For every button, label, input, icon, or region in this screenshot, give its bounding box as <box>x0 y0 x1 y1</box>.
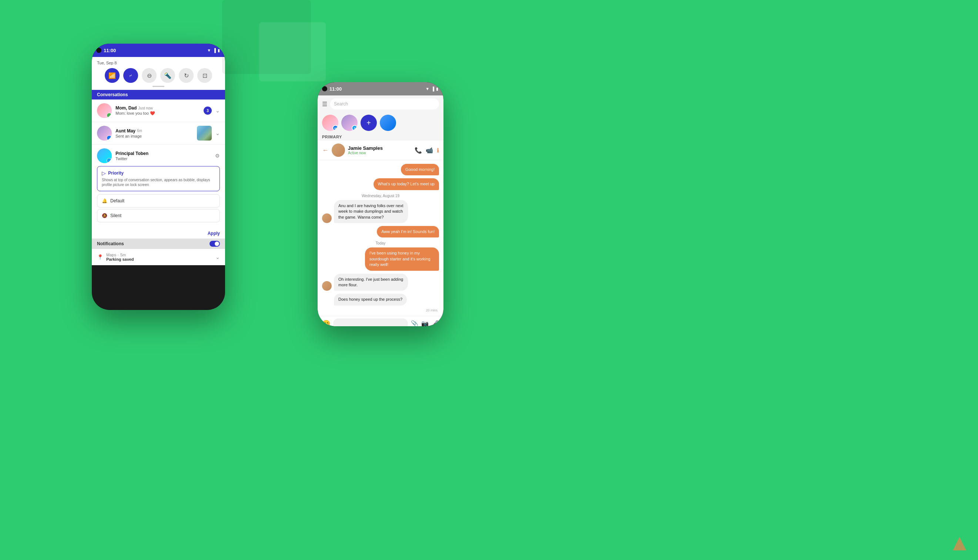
priority-option[interactable]: ▷ Priority Shows at top of conversation … <box>97 166 220 191</box>
twitter-icon: t <box>354 127 355 130</box>
day-separator-1: Wednesday, August 19 <box>322 194 439 198</box>
right-phone: 11:00 ▼ ▐ ▮ ☰ Search m t <box>318 82 443 326</box>
message-1: Goood morning! <box>322 164 439 175</box>
notification-mom-dad[interactable]: Mom, Dad Just now Mom: love you too ❤️ 3… <box>92 100 225 122</box>
story-badge-1: m <box>333 125 338 131</box>
expand-arrow-aunt[interactable]: ⌄ <box>216 130 220 136</box>
avatar-mom-dad <box>97 103 112 118</box>
attachment-icon[interactable]: 📎 <box>411 320 418 326</box>
notifications-toggle[interactable] <box>209 241 220 247</box>
message-5: I've been using honey in my sourdough st… <box>322 247 439 270</box>
status-time-left: 11:00 <box>104 48 116 53</box>
info-icon[interactable]: ℹ <box>437 147 439 154</box>
left-phone: 11:00 ▼ ▐ ▮ Tue, Sep 8 📶 ⌿ ⊖ <box>92 43 225 310</box>
dnd-toggle[interactable]: ⊖ <box>142 68 157 83</box>
mom-dad-message: Mom: love you too ❤️ <box>115 111 200 116</box>
receiver-avatar-small-2 <box>322 281 332 291</box>
story-avatar-3[interactable] <box>380 115 396 131</box>
right-battery-icon: ▮ <box>436 87 438 92</box>
phone-call-icon[interactable]: 📞 <box>415 147 422 154</box>
wifi-icon: ▼ <box>207 48 211 53</box>
camera-dot <box>96 48 102 53</box>
flashlight-icon: 🔦 <box>164 72 171 79</box>
day-label-today: Today <box>376 241 386 245</box>
sync-toggle[interactable]: ↻ <box>179 68 194 83</box>
silent-bell-icon: 🔕 <box>102 213 107 218</box>
wifi-toggle-icon: 📶 <box>109 72 116 79</box>
add-contact-button[interactable]: + <box>361 115 377 131</box>
maps-message: Parking saved <box>106 257 212 262</box>
camera-icon[interactable]: 📷 <box>421 320 429 326</box>
toben-badge <box>107 158 112 163</box>
search-input[interactable]: Search <box>330 98 439 110</box>
maps-pin-icon: 📍 <box>97 254 103 260</box>
default-bell-icon: 🔔 <box>102 198 107 203</box>
quick-icons-row: 📶 ⌿ ⊖ 🔦 ↻ ⊡ <box>97 68 220 83</box>
wifi-toggle[interactable]: 📶 <box>105 68 120 83</box>
toben-title: Principal Toben <box>115 151 211 156</box>
day-label-1: Wednesday, August 19 <box>362 194 400 198</box>
priority-icon: ▷ <box>102 170 106 176</box>
battery-icon: ▮ <box>218 48 220 53</box>
message-text-1: Goood morning! <box>401 164 439 175</box>
conversations-header: Conversations <box>92 90 225 100</box>
right-status-time: 11:00 <box>329 86 342 92</box>
chat-contact-info: Jamie Samples Active now <box>348 145 383 155</box>
maps-text-content: Maps · 5m Parking saved <box>106 253 212 262</box>
emoji-icon[interactable]: 😊 <box>322 320 330 326</box>
bluetooth-toggle-icon: ⌿ <box>129 72 132 79</box>
story-avatar-1[interactable]: m <box>322 115 338 131</box>
status-bar-left: 11:00 <box>96 48 116 53</box>
right-status-bar: 11:00 ▼ ▐ ▮ <box>318 82 443 95</box>
chat-contact-name: Jamie Samples <box>348 145 383 151</box>
settings-gear-icon[interactable]: ⚙ <box>215 153 220 159</box>
search-placeholder: Search <box>334 102 348 107</box>
message-text-2: What's up today? Let's meet up <box>373 178 439 190</box>
expand-arrow-mom[interactable]: ⌄ <box>216 108 220 113</box>
aunt-may-name: Aunt May <box>115 128 135 133</box>
video-call-icon[interactable]: 📹 <box>426 147 433 154</box>
date-label: Tue, Sep 8 <box>97 61 220 65</box>
drag-handle <box>152 86 164 87</box>
mic-icon[interactable]: 🎤 <box>431 320 439 326</box>
message-text-3: Anu and I are having folks over next wee… <box>334 200 408 223</box>
priority-label: Priority <box>108 170 124 176</box>
back-arrow-icon[interactable]: ← <box>322 147 329 154</box>
bg-decoration-2 <box>259 22 326 82</box>
mom-dad-time: Just now <box>138 106 152 110</box>
hamburger-menu-icon[interactable]: ☰ <box>322 101 327 108</box>
battery-saver-toggle[interactable]: ⊡ <box>197 68 212 83</box>
svg-marker-0 <box>953 537 966 550</box>
message-4: Aww yeah I'm in! Sounds fun! <box>322 226 439 237</box>
right-status-bar-left: 11:00 <box>322 86 342 92</box>
aunt-may-badge <box>107 135 112 140</box>
battery-saver-icon: ⊡ <box>202 72 207 79</box>
watermark <box>952 536 967 553</box>
message-input[interactable] <box>333 318 408 326</box>
dnd-icon: ⊖ <box>147 72 152 79</box>
maps-app-label: Maps <box>106 253 116 257</box>
story-avatar-2[interactable]: t <box>341 115 358 131</box>
flashlight-toggle[interactable]: 🔦 <box>160 68 175 83</box>
apply-button[interactable]: Apply <box>208 231 220 236</box>
chat-bottom-bar: 😊 📎 📷 🎤 <box>318 316 443 326</box>
notification-aunt-may[interactable]: Aunt May 6m Sent an image ⌄ <box>92 122 225 145</box>
aunt-may-title: Aunt May 6m <box>115 128 193 133</box>
message-text-6: Oh interesting. I've just been adding mo… <box>334 274 408 291</box>
priority-description: Shows at top of conversation section, ap… <box>102 178 215 187</box>
expand-arrow-maps[interactable]: ⌄ <box>216 254 220 260</box>
maps-notification[interactable]: 📍 Maps · 5m Parking saved ⌄ <box>92 249 225 265</box>
message-7: Does honey speed up the process? <box>322 294 439 305</box>
sync-icon: ↻ <box>184 72 189 79</box>
aunt-may-time: 6m <box>137 129 142 133</box>
maps-time: 5m <box>120 253 126 257</box>
status-icons-left: ▼ ▐ ▮ <box>207 48 220 53</box>
silent-option[interactable]: 🔕 Silent <box>97 209 220 222</box>
default-option[interactable]: 🔔 Default <box>97 194 220 208</box>
bluetooth-toggle[interactable]: ⌿ <box>123 68 138 83</box>
right-signal-icon: ▐ <box>431 87 434 91</box>
unread-badge-mom: 3 <box>204 107 212 115</box>
mom-dad-name: Mom, Dad <box>115 105 137 111</box>
notifications-label: Notifications <box>97 241 124 246</box>
chat-action-buttons: 📞 📹 ℹ <box>415 147 439 154</box>
